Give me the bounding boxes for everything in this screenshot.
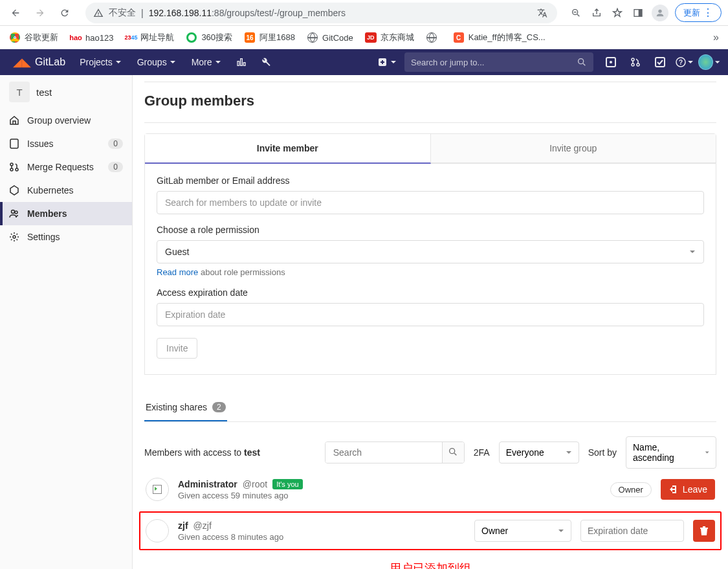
sortby-select[interactable]: Name, ascending <box>626 436 716 469</box>
bookmarks-bar: 谷歌更新 haohao123 2345网址导航 360搜索 16阿里1688 G… <box>0 26 728 49</box>
role-help: Read more about role permissions <box>157 267 704 277</box>
help-icon[interactable]: ? <box>674 52 696 73</box>
chevron-down-icon <box>558 528 564 534</box>
svg-point-24 <box>13 236 16 238</box>
avatar <box>146 519 169 542</box>
access-label: Members with access to test <box>144 447 260 458</box>
svg-point-10 <box>610 61 612 63</box>
tab-existing-shares[interactable]: Existing shares 2 <box>144 394 227 421</box>
member-name[interactable]: zjf <box>178 520 188 531</box>
divider <box>144 122 716 123</box>
update-button[interactable]: 更新⋮ <box>675 3 722 22</box>
activity-icon[interactable] <box>230 52 252 73</box>
svg-point-22 <box>12 210 15 214</box>
leave-button[interactable]: Leave <box>661 479 715 500</box>
bookmark-empty[interactable] <box>426 32 441 43</box>
reload-button[interactable] <box>56 4 74 22</box>
group-name: test <box>36 87 52 98</box>
bookmarks-overflow[interactable]: » <box>713 32 719 43</box>
merge-requests-icon[interactable] <box>624 52 646 73</box>
search-icon <box>577 57 587 67</box>
user-menu[interactable] <box>698 52 720 73</box>
user-avatar-icon <box>698 54 713 70</box>
member-row-zjf: zjf @zjf Given access 8 minutes ago Owne… <box>139 511 722 550</box>
role-select[interactable]: Guest <box>157 240 704 263</box>
bookmark-2345[interactable]: 2345网址导航 <box>125 32 174 43</box>
mr-sidebar-icon <box>9 162 19 172</box>
header-groups[interactable]: Groups <box>131 52 182 73</box>
gitlab-logo[interactable]: ◢◣ GitLab <box>8 55 71 69</box>
member-filter-search-button[interactable] <box>442 442 464 463</box>
member-search-input[interactable] <box>157 191 704 214</box>
bookmark-chrome[interactable]: 谷歌更新 <box>9 32 58 43</box>
its-you-badge: It's you <box>272 479 303 489</box>
issues-count: 0 <box>108 139 123 149</box>
member-expiration-input[interactable] <box>580 520 684 542</box>
bookmark-360[interactable]: 360搜索 <box>186 32 232 43</box>
zoom-icon[interactable] <box>569 6 583 20</box>
back-button[interactable] <box>6 4 25 22</box>
chevron-down-icon <box>566 449 572 456</box>
browser-toolbar: 不安全 | 192.168.198.11:88/groups/test/-/gr… <box>0 0 728 26</box>
group-avatar: T <box>9 82 30 102</box>
svg-point-23 <box>15 211 17 214</box>
svg-point-12 <box>632 63 634 66</box>
sidebar-item-kubernetes[interactable]: Kubernetes <box>0 179 132 202</box>
bookmark-1688[interactable]: 16阿里1688 <box>244 32 295 43</box>
star-icon[interactable] <box>610 6 624 20</box>
svg-point-11 <box>632 58 634 61</box>
home-icon <box>9 115 19 126</box>
expiration-input[interactable] <box>157 303 704 326</box>
url-bar[interactable]: 不安全 | 192.168.198.11:88/groups/test/-/gr… <box>85 3 557 23</box>
new-menu[interactable] <box>376 52 398 73</box>
forward-button <box>31 4 49 22</box>
member-handle: @root <box>243 479 267 489</box>
header-search[interactable]: Search or jump to... <box>404 52 593 72</box>
divider <box>144 82 716 82</box>
profile-icon[interactable] <box>652 5 668 21</box>
invite-button[interactable]: Invite <box>157 338 197 359</box>
issues-icon[interactable] <box>600 52 622 73</box>
member-filter-input[interactable] <box>325 442 442 463</box>
member-row-admin: Administrator @root It's you Given acces… <box>144 469 716 510</box>
delete-member-button[interactable] <box>693 520 715 542</box>
member-label: GitLab member or Email address <box>157 175 704 186</box>
gitlab-header: ◢◣ GitLab Projects Groups More Search or… <box>0 49 728 75</box>
chevron-down-icon <box>689 249 696 255</box>
header-projects[interactable]: Projects <box>73 52 128 73</box>
sidebar-item-overview[interactable]: Group overview <box>0 109 132 132</box>
sidepanel-icon[interactable] <box>631 6 645 20</box>
bookmark-hao123[interactable]: haohao123 <box>70 32 113 43</box>
kubernetes-icon <box>9 185 19 195</box>
bookmark-jd[interactable]: JD京东商城 <box>365 32 414 43</box>
member-meta: Given access 8 minutes ago <box>178 532 465 542</box>
member-role-select[interactable]: Owner <box>474 520 571 542</box>
trash-icon <box>699 526 709 536</box>
share-icon[interactable] <box>590 6 604 20</box>
gear-icon <box>9 232 19 242</box>
svg-marker-21 <box>10 186 18 195</box>
svg-rect-17 <box>10 139 18 148</box>
role-label: Choose a role permission <box>157 225 704 235</box>
svg-line-26 <box>454 453 456 455</box>
tab-invite-group[interactable]: Invite group <box>431 134 716 163</box>
sidebar: T test Group overview Issues 0 Merge Req… <box>0 75 133 569</box>
wrench-icon[interactable] <box>255 52 277 73</box>
bookmark-gitcode[interactable]: GitCode <box>307 32 353 43</box>
sidebar-item-issues[interactable]: Issues 0 <box>0 132 132 155</box>
issues-sidebar-icon <box>9 139 19 149</box>
tab-invite-member[interactable]: Invite member <box>145 134 431 164</box>
sidebar-group-link[interactable]: T test <box>0 75 132 109</box>
sidebar-item-members[interactable]: Members <box>0 202 132 225</box>
svg-point-20 <box>16 168 18 171</box>
read-more-link[interactable]: Read more <box>157 267 198 277</box>
sidebar-item-settings[interactable]: Settings <box>0 225 132 249</box>
bookmark-csdn[interactable]: CKatie_ff的博客_CS... <box>453 32 546 43</box>
sidebar-item-merge-requests[interactable]: Merge Requests 0 <box>0 155 132 179</box>
todos-icon[interactable] <box>649 52 671 73</box>
member-name[interactable]: Administrator <box>178 479 237 489</box>
twofa-select[interactable]: Everyone <box>499 441 579 463</box>
header-more[interactable]: More <box>185 52 228 73</box>
translate-icon[interactable] <box>535 6 549 20</box>
owner-badge: Owner <box>610 482 652 497</box>
